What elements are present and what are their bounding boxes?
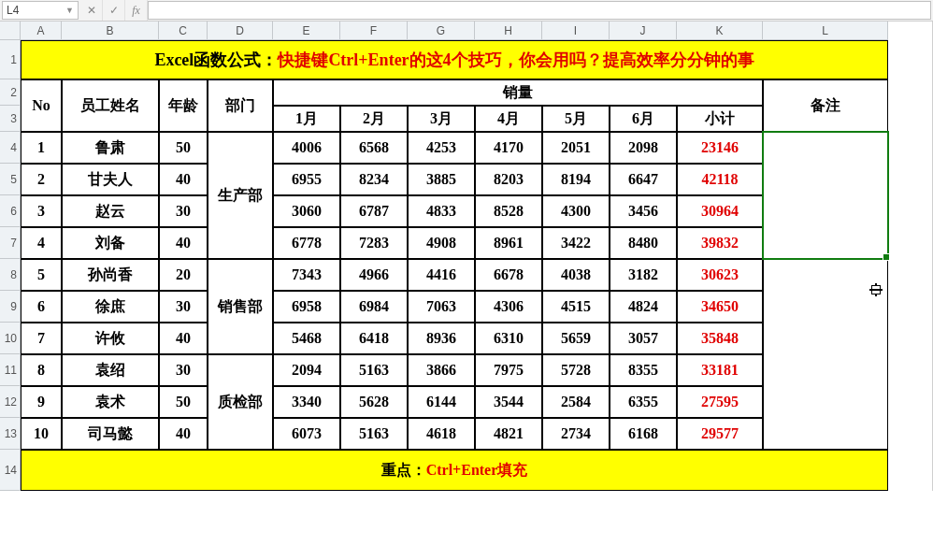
cell-month-value[interactable]: 2584: [542, 386, 610, 418]
cell-month-value[interactable]: 3866: [408, 354, 475, 386]
header-month[interactable]: 6月: [610, 106, 677, 132]
formula-input[interactable]: [148, 1, 931, 20]
cell-month-value[interactable]: 4515: [542, 291, 610, 323]
row-header[interactable]: 14: [0, 450, 21, 491]
cell-month-value[interactable]: 5659: [542, 323, 610, 354]
cell-month-value[interactable]: 3544: [475, 386, 542, 418]
cell-month-value[interactable]: 4170: [475, 132, 542, 164]
cell-no[interactable]: 8: [21, 354, 62, 386]
cell-month-value[interactable]: 3340: [273, 386, 340, 418]
cell-month-value[interactable]: 6958: [273, 291, 340, 323]
cell-no[interactable]: 1: [21, 132, 62, 164]
cell-no[interactable]: 3: [21, 195, 62, 227]
remark-area-2[interactable]: [763, 259, 888, 450]
cell-month-value[interactable]: 8234: [340, 164, 408, 195]
cell-month-value[interactable]: 6778: [273, 227, 340, 259]
cell-month-value[interactable]: 4908: [408, 227, 475, 259]
cell-age[interactable]: 40: [159, 227, 208, 259]
fx-icon[interactable]: fx: [125, 0, 148, 21]
cell-no[interactable]: 10: [21, 418, 62, 450]
row-header[interactable]: 12: [0, 386, 21, 418]
cell-dept[interactable]: 销售部: [208, 259, 273, 354]
cell-name[interactable]: 甘夫人: [62, 164, 159, 195]
cell-month-value[interactable]: 3885: [408, 164, 475, 195]
column-header[interactable]: G: [408, 22, 475, 40]
cell-subtotal[interactable]: 30623: [677, 259, 763, 291]
cell-subtotal[interactable]: 23146: [677, 132, 763, 164]
column-header[interactable]: J: [610, 22, 677, 40]
cell-month-value[interactable]: 3057: [610, 323, 677, 354]
column-header[interactable]: B: [62, 22, 159, 40]
cell-subtotal[interactable]: 27595: [677, 386, 763, 418]
column-header[interactable]: L: [763, 22, 888, 40]
cell-no[interactable]: 2: [21, 164, 62, 195]
cell-month-value[interactable]: 8480: [610, 227, 677, 259]
cell-subtotal[interactable]: 33181: [677, 354, 763, 386]
cell-month-value[interactable]: 8194: [542, 164, 610, 195]
cell-age[interactable]: 20: [159, 259, 208, 291]
cell-month-value[interactable]: 4833: [408, 195, 475, 227]
cancel-icon[interactable]: ✕: [80, 0, 103, 21]
cell-name[interactable]: 司马懿: [62, 418, 159, 450]
header-month[interactable]: 3月: [408, 106, 475, 132]
cell-month-value[interactable]: 6310: [475, 323, 542, 354]
remark-area-1[interactable]: [763, 132, 888, 259]
cell-dept[interactable]: 质检部: [208, 354, 273, 450]
cell-month-value[interactable]: 6144: [408, 386, 475, 418]
row-header[interactable]: 1: [0, 40, 21, 79]
cell-month-value[interactable]: 5628: [340, 386, 408, 418]
cell-no[interactable]: 6: [21, 291, 62, 323]
cell-age[interactable]: 30: [159, 291, 208, 323]
cell-age[interactable]: 50: [159, 386, 208, 418]
cell-month-value[interactable]: 4416: [408, 259, 475, 291]
cell-month-value[interactable]: 2094: [273, 354, 340, 386]
cell-dept[interactable]: 生产部: [208, 132, 273, 259]
cell-month-value[interactable]: 4824: [610, 291, 677, 323]
column-header[interactable]: C: [159, 22, 208, 40]
cell-subtotal[interactable]: 35848: [677, 323, 763, 354]
cell-month-value[interactable]: 6678: [475, 259, 542, 291]
cell-subtotal[interactable]: 39832: [677, 227, 763, 259]
header-remark[interactable]: 备注: [763, 79, 888, 132]
cell-month-value[interactable]: 3182: [610, 259, 677, 291]
footer-banner[interactable]: 重点：Ctrl+Enter填充: [21, 450, 888, 491]
cell-month-value[interactable]: 3060: [273, 195, 340, 227]
cell-month-value[interactable]: 6955: [273, 164, 340, 195]
cell-subtotal[interactable]: 30964: [677, 195, 763, 227]
cell-month-value[interactable]: 4306: [475, 291, 542, 323]
cell-age[interactable]: 50: [159, 132, 208, 164]
cell-month-value[interactable]: 6984: [340, 291, 408, 323]
row-header[interactable]: 3: [0, 106, 21, 132]
header-month[interactable]: 1月: [273, 106, 340, 132]
chevron-down-icon[interactable]: ▼: [65, 6, 74, 15]
cell-month-value[interactable]: 6418: [340, 323, 408, 354]
cell-subtotal[interactable]: 42118: [677, 164, 763, 195]
cell-age[interactable]: 30: [159, 354, 208, 386]
column-header[interactable]: A: [21, 22, 62, 40]
header-name[interactable]: 员工姓名: [62, 79, 159, 132]
header-sales-group[interactable]: 销量: [273, 79, 763, 106]
cell-month-value[interactable]: 3456: [610, 195, 677, 227]
cell-month-value[interactable]: 5468: [273, 323, 340, 354]
cell-month-value[interactable]: 4253: [408, 132, 475, 164]
header-age[interactable]: 年龄: [159, 79, 208, 132]
row-header[interactable]: 11: [0, 354, 21, 386]
column-header[interactable]: H: [475, 22, 542, 40]
header-month[interactable]: 5月: [542, 106, 610, 132]
cell-name[interactable]: 袁术: [62, 386, 159, 418]
cell-month-value[interactable]: 4038: [542, 259, 610, 291]
row-header[interactable]: 2: [0, 79, 21, 106]
cell-month-value[interactable]: 7975: [475, 354, 542, 386]
cell-month-value[interactable]: 4618: [408, 418, 475, 450]
cell-age[interactable]: 40: [159, 164, 208, 195]
cell-name[interactable]: 袁绍: [62, 354, 159, 386]
cell-month-value[interactable]: 8936: [408, 323, 475, 354]
row-header[interactable]: 7: [0, 227, 21, 259]
column-header[interactable]: I: [542, 22, 610, 40]
column-header[interactable]: E: [273, 22, 340, 40]
cell-name[interactable]: 鲁肃: [62, 132, 159, 164]
cell-month-value[interactable]: 6073: [273, 418, 340, 450]
cell-month-value[interactable]: 8355: [610, 354, 677, 386]
row-header[interactable]: 4: [0, 132, 21, 164]
header-subtotal[interactable]: 小计: [677, 106, 763, 132]
